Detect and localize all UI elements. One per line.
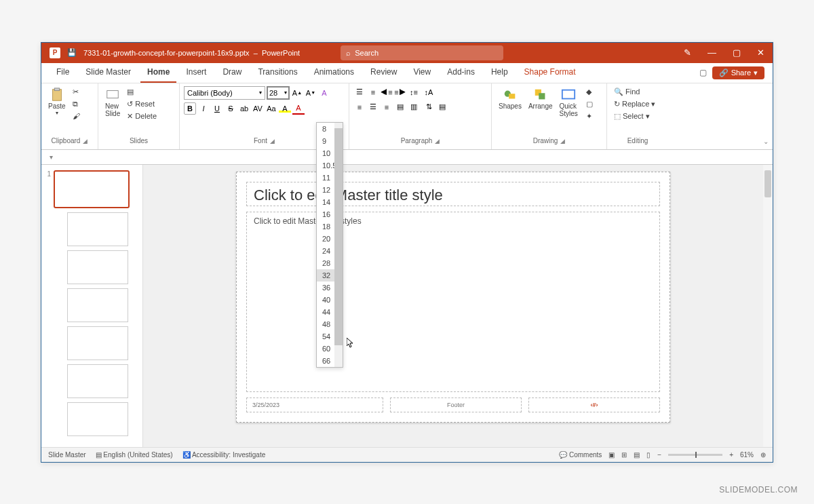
tab-slide-master[interactable]: Slide Master xyxy=(79,62,138,83)
align-left-button[interactable]: ≡ xyxy=(353,101,366,113)
date-placeholder[interactable]: 3/25/2023 xyxy=(246,398,383,412)
font-size-option[interactable]: 28 xyxy=(317,257,334,269)
select-button[interactable]: ⬚ Select ▾ xyxy=(611,111,653,122)
zoom-slider[interactable] xyxy=(668,454,722,456)
cut-button[interactable]: ✂ xyxy=(70,86,83,98)
replace-button[interactable]: ↻ Replace ▾ xyxy=(611,98,658,110)
case-button[interactable]: Aa xyxy=(265,102,277,115)
columns-button[interactable]: ▥ xyxy=(408,101,420,113)
paste-button[interactable]: Paste▾ xyxy=(45,86,69,117)
layout-thumbnail[interactable] xyxy=(67,288,128,322)
search-box[interactable]: ⌕ Search xyxy=(341,45,503,60)
zoom-in-button[interactable]: + xyxy=(729,451,733,459)
align-text-button[interactable]: ⇅ xyxy=(423,101,435,113)
tab-draw[interactable]: Draw xyxy=(216,62,248,83)
tab-shape-format[interactable]: Shape Format xyxy=(518,62,583,83)
smartart-button[interactable]: ▤ xyxy=(436,101,448,113)
slideshow-button[interactable]: ▯ xyxy=(646,451,651,459)
line-spacing-button[interactable]: ↕≡ xyxy=(408,86,420,98)
font-size-option[interactable]: 32 xyxy=(317,269,334,282)
zoom-out-button[interactable]: − xyxy=(657,451,661,459)
tab-home[interactable]: Home xyxy=(140,62,176,83)
layout-thumbnail[interactable] xyxy=(67,250,128,284)
delete-button[interactable]: ✕ Delete xyxy=(124,111,159,122)
numbering-button[interactable]: ≡ xyxy=(367,86,379,98)
align-right-button[interactable]: ≡ xyxy=(381,101,393,113)
format-painter-button[interactable]: 🖌 xyxy=(70,111,83,121)
font-size-option[interactable]: 48 xyxy=(317,318,334,330)
master-thumbnail[interactable] xyxy=(54,170,130,208)
font-color-button[interactable]: A xyxy=(292,102,305,115)
font-size-option[interactable]: 24 xyxy=(317,245,334,257)
bold-button[interactable]: B xyxy=(184,102,196,115)
layout-thumbnail[interactable] xyxy=(67,326,128,360)
align-center-button[interactable]: ☰ xyxy=(367,101,379,113)
font-size-option[interactable]: 66 xyxy=(317,355,334,367)
reset-button[interactable]: ↺ Reset xyxy=(124,98,159,110)
tab-insert[interactable]: Insert xyxy=(179,62,213,83)
font-size-option[interactable]: 12 xyxy=(317,184,334,196)
title-placeholder[interactable]: Click to edit Master title style xyxy=(246,182,660,206)
tab-transitions[interactable]: Transitions xyxy=(251,62,304,83)
maximize-button[interactable]: ▢ xyxy=(733,47,741,58)
comments-button[interactable]: 💬 Comments xyxy=(559,451,602,459)
shape-fill-button[interactable]: ◆ xyxy=(583,86,596,98)
shapes-button[interactable]: Shapes xyxy=(496,86,524,111)
vertical-scrollbar[interactable] xyxy=(763,165,773,447)
normal-view-button[interactable]: ▣ xyxy=(608,451,615,459)
font-name-combo[interactable]: Calibri (Body)▾ xyxy=(184,86,265,100)
slide-thumbnails-panel[interactable]: 1 xyxy=(41,165,143,447)
body-placeholder[interactable]: Click to edit Master text styles xyxy=(246,212,660,392)
shadow-button[interactable]: ab xyxy=(238,102,250,115)
shape-effects-button[interactable]: ✦ xyxy=(583,111,596,122)
tab-review[interactable]: Review xyxy=(364,62,404,83)
font-size-option[interactable]: 14 xyxy=(317,196,334,208)
tab-view[interactable]: View xyxy=(406,62,438,83)
underline-button[interactable]: U xyxy=(211,102,223,115)
tab-addins[interactable]: Add-ins xyxy=(440,62,482,83)
reading-view-button[interactable]: ▤ xyxy=(634,451,640,459)
text-direction-button[interactable]: ↕A xyxy=(423,86,435,98)
font-size-option[interactable]: 20 xyxy=(317,233,334,245)
shrink-font-button[interactable]: A▼ xyxy=(305,87,317,99)
tab-animations[interactable]: Animations xyxy=(307,62,361,83)
bullets-button[interactable]: ☰ xyxy=(353,86,366,98)
font-size-option[interactable]: 10 xyxy=(317,147,334,159)
font-size-option[interactable]: 54 xyxy=(317,330,334,343)
collapse-ribbon-button[interactable]: ⌄ xyxy=(763,138,769,145)
minimize-button[interactable]: — xyxy=(708,47,716,58)
layout-thumbnail[interactable] xyxy=(67,212,128,246)
justify-button[interactable]: ▤ xyxy=(394,101,406,113)
slide-number-placeholder[interactable]: ‹#› xyxy=(528,398,660,412)
tab-file[interactable]: File xyxy=(50,62,76,83)
tab-help[interactable]: Help xyxy=(484,62,515,83)
layout-button[interactable]: ▤ xyxy=(124,86,159,98)
slide-canvas[interactable]: Click to edit Master title style Click t… xyxy=(143,165,763,447)
layout-thumbnail[interactable] xyxy=(67,402,128,436)
shape-outline-button[interactable]: ▢ xyxy=(583,98,596,110)
save-icon[interactable]: 💾 xyxy=(67,48,77,57)
font-size-option[interactable]: 10.5 xyxy=(317,159,334,172)
quick-styles-button[interactable]: Quick Styles xyxy=(557,86,581,119)
comments-icon[interactable]: ▢ xyxy=(699,68,707,77)
indent-button[interactable]: ≡⯈ xyxy=(394,86,406,98)
font-size-option[interactable]: 36 xyxy=(317,282,334,294)
fit-button[interactable]: ⊕ xyxy=(760,451,766,459)
outdent-button[interactable]: ⯇≡ xyxy=(381,86,393,98)
font-size-option[interactable]: 9 xyxy=(317,135,334,147)
italic-button[interactable]: I xyxy=(197,102,210,115)
sorter-view-button[interactable]: ⊞ xyxy=(621,451,627,459)
font-size-combo[interactable]: 28▾ xyxy=(267,86,290,100)
arrange-button[interactable]: Arrange xyxy=(526,86,556,111)
customize-qa-button[interactable]: ▾ xyxy=(50,153,53,161)
layout-thumbnail[interactable] xyxy=(67,364,128,398)
share-button[interactable]: 🔗 Share ▾ xyxy=(712,66,764,79)
language-indicator[interactable]: ▤ English (United States) xyxy=(96,451,173,459)
grow-font-button[interactable]: A▲ xyxy=(291,87,303,99)
accessibility-indicator[interactable]: ♿ Accessibility: Investigate xyxy=(182,451,266,459)
copy-button[interactable]: ⧉ xyxy=(70,98,83,110)
close-button[interactable]: ✕ xyxy=(757,47,764,58)
font-size-option[interactable]: 44 xyxy=(317,306,334,318)
spacing-button[interactable]: AV xyxy=(252,102,264,115)
slide-master[interactable]: Click to edit Master title style Click t… xyxy=(236,172,670,423)
